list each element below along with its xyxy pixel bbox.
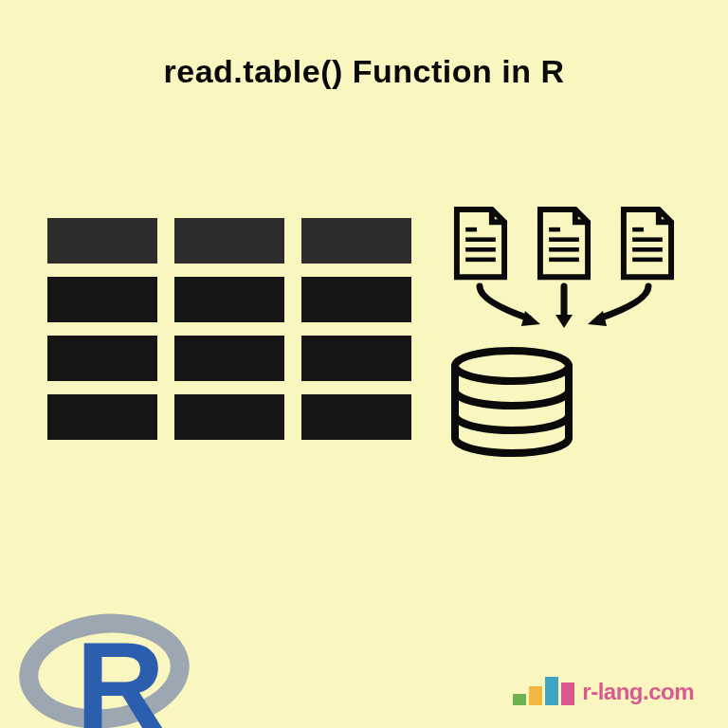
table-cell	[301, 277, 411, 322]
svg-marker-14	[555, 315, 573, 328]
flow-arrows	[446, 282, 682, 336]
bar	[545, 677, 558, 705]
table-cell	[47, 336, 157, 381]
svg-marker-15	[588, 311, 607, 326]
svg-marker-12	[521, 311, 540, 326]
bar-chart-icon	[513, 677, 574, 705]
table-cell	[174, 277, 284, 322]
r-logo-letter: R	[76, 614, 165, 728]
bar	[561, 682, 574, 705]
table-cell	[47, 277, 157, 322]
table-header-cell	[47, 218, 157, 264]
document-icon	[533, 207, 595, 282]
table-cell	[174, 394, 284, 440]
page-title: read.table() Function in R	[0, 53, 728, 90]
table-cell	[47, 394, 157, 440]
bar	[513, 694, 526, 705]
svg-point-16	[455, 351, 569, 381]
data-table-illustration	[47, 218, 411, 440]
document-icon	[449, 207, 512, 282]
table-header-cell	[174, 218, 284, 264]
bar	[529, 686, 542, 705]
files-to-database-illustration	[446, 207, 682, 463]
table-cell	[301, 336, 411, 381]
r-language-logo: R	[19, 614, 190, 728]
site-brand: r-lang.com	[513, 677, 694, 705]
site-name: r-lang.com	[582, 679, 694, 705]
document-icon	[616, 207, 679, 282]
table-cell	[174, 336, 284, 381]
table-cell	[301, 394, 411, 440]
table-header-cell	[301, 218, 411, 264]
database-icon	[446, 347, 578, 459]
